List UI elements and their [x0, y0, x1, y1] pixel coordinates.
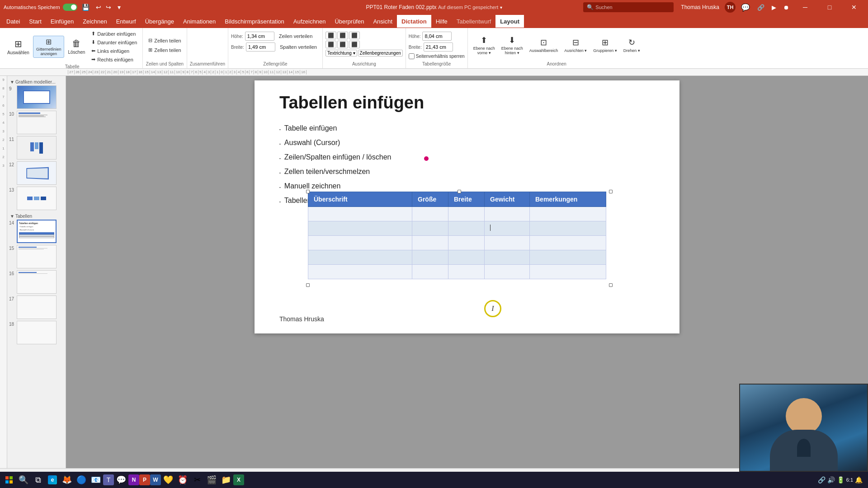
start-button[interactable]	[2, 473, 16, 487]
present-icon[interactable]: ▶	[770, 3, 778, 12]
menu-entwurf[interactable]: Entwurf	[112, 15, 141, 28]
record-icon[interactable]: ⏺	[782, 3, 791, 12]
cell-r2c2[interactable]	[412, 221, 448, 236]
table-row[interactable]	[308, 265, 606, 279]
taskview-icon[interactable]: ⧉	[31, 473, 45, 487]
cell-r1c4[interactable]	[485, 207, 530, 221]
chrome-icon[interactable]: 🔵	[74, 473, 89, 487]
align-left-mid[interactable]: ⬛	[326, 41, 336, 48]
menu-dictation[interactable]: Dictation	[397, 15, 431, 28]
handle-top-left[interactable]	[306, 190, 310, 193]
cell-r3c1[interactable]	[308, 236, 412, 250]
firefox-icon[interactable]: 🦊	[60, 473, 74, 487]
menu-tabellentwurf[interactable]: Tabellentwurf	[452, 15, 496, 28]
word-icon[interactable]: W	[150, 474, 161, 485]
zeilen-verteilen-button[interactable]: Zeilen verteilen	[276, 33, 316, 40]
section-tabellen-chevron[interactable]: ▼	[10, 214, 14, 219]
minimize-button[interactable]: ─	[795, 0, 816, 14]
search-box[interactable]: 🔍 Suchen	[583, 2, 674, 12]
gitternetlinien-button[interactable]: ⊞ Gitternetlinienanzeigen	[33, 36, 65, 58]
cell-r3c2[interactable]	[412, 236, 448, 250]
cell-r2c3[interactable]	[448, 221, 485, 236]
zellen-teilen-button[interactable]: ⊟ Zellen teilen	[146, 37, 184, 44]
snip-icon[interactable]: ✂	[190, 473, 204, 487]
ebene-vorne-button[interactable]: ⬆ Ebene nachvorne ▾	[471, 34, 498, 56]
cell-r3c3[interactable]	[448, 236, 485, 250]
cell-r5c1[interactable]	[308, 265, 412, 279]
spalten-verteilen-button[interactable]: Spalten verteilen	[277, 43, 320, 51]
align-right-mid[interactable]: ⬛	[349, 41, 360, 48]
saved-chevron[interactable]: ▾	[500, 5, 502, 10]
menu-start[interactable]: Start	[24, 15, 46, 28]
col-groesse[interactable]: Größe	[412, 192, 448, 207]
autosave-toggle[interactable]	[63, 4, 77, 11]
skype-icon[interactable]: 💬	[114, 473, 128, 487]
cell-r5c2[interactable]	[412, 265, 448, 279]
menu-zeichnen[interactable]: Zeichnen	[78, 15, 111, 28]
obs-icon[interactable]: 🎬	[204, 473, 219, 487]
thumb-18-img[interactable]	[17, 321, 57, 344]
thumb-11[interactable]: 11	[9, 136, 64, 160]
table-row[interactable]	[308, 250, 606, 265]
save-icon[interactable]: 💾	[80, 3, 91, 12]
customize-icon[interactable]: ▾	[116, 3, 123, 12]
darunter-button[interactable]: ⬇ Darunter einfügen	[89, 38, 140, 46]
handle-top-right[interactable]	[609, 190, 613, 193]
thumb-18[interactable]: 18	[9, 321, 64, 344]
cell-r4c1[interactable]	[308, 250, 412, 265]
thumb-15[interactable]: 15	[9, 245, 64, 268]
battery-icon[interactable]: 🔋	[837, 476, 844, 483]
seitenverhaeltnis-check[interactable]	[409, 53, 415, 59]
menu-hilfe[interactable]: Hilfe	[431, 15, 452, 28]
t-breite-input[interactable]	[424, 42, 453, 52]
thumb-11-img[interactable]	[17, 136, 57, 160]
thumb-14-img[interactable]: Tabellen einfügen • Tabelle einfügen • A…	[17, 220, 57, 243]
system-clock[interactable]: 6:1	[846, 477, 853, 483]
menu-ansicht[interactable]: Ansicht	[368, 15, 397, 28]
menu-einfuegen[interactable]: Einfügen	[46, 15, 78, 28]
menu-bildschirm[interactable]: Bildschirmpräsentation	[220, 15, 289, 28]
slide-table[interactable]: Überschrift Größe Breite Gewicht Bemerku…	[308, 192, 606, 279]
col-breite[interactable]: Breite	[448, 192, 485, 207]
cell-r4c4[interactable]	[485, 250, 530, 265]
drehen-button[interactable]: ↻ Drehen ▾	[621, 36, 643, 54]
links-button[interactable]: ⬅ Links einfügen	[89, 47, 140, 55]
section-chevron[interactable]: ▼	[10, 80, 14, 84]
network-icon[interactable]: 🔗	[818, 476, 826, 483]
cell-r2c5[interactable]	[530, 221, 606, 236]
search-taskbar[interactable]: 🔍	[16, 473, 31, 487]
align-left-top[interactable]: ⬛	[326, 32, 336, 39]
thumb-17[interactable]: 17	[9, 296, 64, 319]
table-selection-wrapper[interactable]: Überschrift Größe Breite Gewicht Bemerku…	[308, 192, 611, 333]
cell-r4c5[interactable]	[530, 250, 606, 265]
loeschen-button[interactable]: 🗑 Löschen	[65, 37, 88, 56]
thumb-15-img[interactable]	[17, 245, 57, 268]
table-row[interactable]	[308, 236, 606, 250]
thumb-9-img[interactable]	[17, 85, 57, 109]
thumb-13-img[interactable]	[17, 187, 57, 210]
cell-r5c3[interactable]	[448, 265, 485, 279]
menu-datei[interactable]: Datei	[2, 15, 24, 28]
zellen-teilen2-button[interactable]: ⊞ Zellen teilen	[146, 46, 184, 54]
comment-icon[interactable]: 💬	[739, 2, 752, 13]
cell-r5c4[interactable]	[485, 265, 530, 279]
excel-icon[interactable]: X	[233, 474, 244, 485]
col-ueberschrift[interactable]: Überschrift	[308, 192, 412, 207]
notification-icon[interactable]: 🔔	[855, 476, 863, 483]
handle-top-mid[interactable]	[458, 190, 461, 193]
slide[interactable]: Tabellen einfügen • Tabelle einfügen • A…	[255, 80, 679, 333]
rechts-button[interactable]: ➡ Rechts einfügen	[89, 56, 140, 63]
thumb-13[interactable]: 13	[9, 187, 64, 210]
thumb-10[interactable]: 10	[9, 111, 64, 134]
cell-r1c3[interactable]	[448, 207, 485, 221]
cell-r4c3[interactable]	[448, 250, 485, 265]
auswahlbereich-button[interactable]: ⊡ Auswahlbereich	[527, 36, 561, 54]
hoehe-input[interactable]	[245, 32, 274, 41]
menu-uebergaenge[interactable]: Übergänge	[141, 15, 179, 28]
ausrichten-button[interactable]: ⊟ Ausrichten ▾	[561, 36, 590, 54]
table-row[interactable]	[308, 207, 606, 221]
thumb-16[interactable]: 16	[9, 270, 64, 294]
align-right-top[interactable]: ⬛	[349, 32, 360, 39]
yammer-icon[interactable]: 💛	[161, 473, 175, 487]
onenote-icon[interactable]: N	[128, 474, 139, 485]
